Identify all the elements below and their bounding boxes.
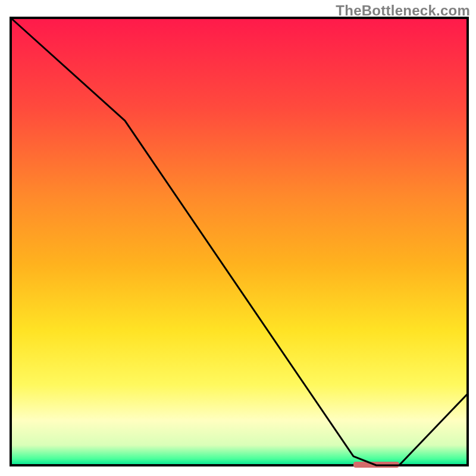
chart-frame: TheBottleneck.com — [0, 0, 476, 476]
svg-rect-0 — [11, 18, 468, 465]
bottleneck-chart — [0, 0, 476, 476]
watermark-label: TheBottleneck.com — [336, 2, 470, 19]
